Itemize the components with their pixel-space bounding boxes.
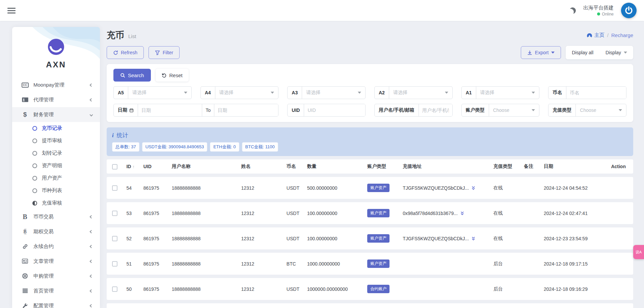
- circle-icon: [32, 163, 37, 168]
- sidebar-item-3[interactable]: $财务管理: [12, 107, 100, 122]
- sidebar-subitem[interactable]: 提币审核: [12, 134, 100, 147]
- row-checkbox[interactable]: [112, 286, 117, 292]
- filter-panel: Search Reset A5请选择A4请选择A3请选择A2请选择A1请选择币名…: [107, 64, 633, 122]
- lifering-icon: [21, 272, 29, 280]
- filter-a2-label: A2: [375, 87, 389, 99]
- filter-user-input[interactable]: [419, 104, 452, 116]
- chevron-down-icon: [551, 52, 555, 54]
- sidebar-item-10[interactable]: 配置管理: [12, 298, 100, 308]
- news-icon: [21, 257, 29, 265]
- stat-badge: BTC金额: 1100: [242, 142, 278, 152]
- cell-date: 2024-12-24 04:54:52: [541, 177, 608, 199]
- account-type-badge: 账户资产: [367, 259, 390, 268]
- sidebar-item-7[interactable]: 文章管理: [12, 254, 100, 269]
- chevron-down-icon: [619, 109, 622, 111]
- filter-date-range: 日期To: [113, 104, 278, 117]
- cell-remark: [521, 227, 541, 249]
- col-id[interactable]: ID↑: [124, 159, 140, 174]
- menu-toggle-icon[interactable]: [7, 6, 16, 15]
- filter-a4-select[interactable]: 请选择: [215, 87, 278, 99]
- filter-a2: A2请选择: [374, 86, 453, 99]
- address-expand-icon[interactable]: [472, 186, 475, 190]
- logo: AXN: [12, 27, 100, 69]
- address-expand-icon[interactable]: [460, 211, 464, 215]
- chain-icon: [21, 243, 29, 250]
- account-type-badge: 账户资产: [367, 234, 390, 243]
- chevron-left-icon: [90, 98, 93, 101]
- stat-badge: USDT金额: 3900948.8490653: [142, 142, 207, 152]
- sidebar-subitem[interactable]: 划转记录: [12, 147, 100, 159]
- cell-recharge-type: 后台: [491, 303, 521, 308]
- cell-name: 12312: [238, 278, 284, 300]
- cell-name: 12312: [238, 177, 284, 199]
- settings-floating-button[interactable]: 设A: [633, 245, 644, 259]
- filter-充值类型-select[interactable]: Choose: [576, 104, 626, 116]
- sidebar-subitem[interactable]: 币种列表: [12, 184, 100, 197]
- filter-uid-input[interactable]: [304, 104, 365, 116]
- cell-action: [608, 202, 633, 224]
- sidebar-item-9[interactable]: 首页管理: [12, 283, 100, 298]
- row-checkbox[interactable]: [112, 261, 117, 267]
- reset-button[interactable]: Reset: [156, 69, 189, 82]
- sidebar-item-8[interactable]: 申购管理: [12, 269, 100, 283]
- sidebar-subitem[interactable]: 资产明细: [12, 159, 100, 172]
- chevron-down-icon: [184, 92, 187, 94]
- display-button[interactable]: Display: [599, 46, 633, 59]
- dark-mode-icon[interactable]: [569, 7, 576, 14]
- filter-button[interactable]: Filter: [149, 46, 180, 59]
- cell-date: 2024-12-18 09:17:15: [541, 253, 608, 275]
- avatar[interactable]: [621, 3, 637, 18]
- row-checkbox[interactable]: [112, 185, 117, 191]
- address-expand-icon[interactable]: [472, 236, 475, 241]
- row-checkbox[interactable]: [112, 211, 117, 216]
- account-type-badge: 账户资产: [367, 184, 390, 192]
- chevron-down-icon: [271, 92, 274, 94]
- cell-date: 2024-12-18 09:45:54: [541, 303, 608, 308]
- date-to-input[interactable]: [214, 104, 278, 116]
- export-button[interactable]: Export: [521, 46, 561, 59]
- logo-text: AXN: [12, 60, 100, 69]
- filter-a3: A3请选择: [287, 86, 366, 99]
- cell-recharge-type: 在线: [491, 227, 521, 249]
- cell-name: 12312: [238, 202, 284, 224]
- sidebar: AXN CCMoonpay管理代理管理$财务管理充币记录提币审核划转记录资产明细…: [12, 27, 100, 308]
- sidebar-item-5[interactable]: B期权交易: [12, 224, 100, 239]
- cell-name: 12312: [238, 227, 284, 249]
- half-circle-icon: [32, 201, 37, 206]
- breadcrumb-home-link[interactable]: 主页: [587, 32, 605, 38]
- filter-a5-select[interactable]: 请选择: [128, 87, 191, 99]
- refresh-button[interactable]: Refresh: [107, 46, 144, 59]
- search-button[interactable]: Search: [113, 69, 151, 82]
- date-from-input[interactable]: [138, 104, 202, 116]
- date-label: 日期: [114, 104, 138, 116]
- filter-a3-select[interactable]: 请选择: [302, 87, 365, 99]
- cell-username: 18888888888: [169, 202, 239, 224]
- sidebar-subitem[interactable]: 充币记录: [12, 122, 100, 134]
- chevron-left-icon: [90, 304, 93, 307]
- info-icon: i: [112, 132, 114, 139]
- sidebar-subitem[interactable]: 用户资产: [12, 172, 100, 184]
- page-subtitle: List: [128, 33, 136, 39]
- filter-账户类型: 账户类型Choose: [461, 104, 540, 117]
- cell-remark: [521, 253, 541, 275]
- sidebar-subitem[interactable]: 充值审核: [12, 197, 100, 209]
- cell-amount: 1000.00000000: [304, 253, 365, 275]
- undo-icon: [162, 73, 167, 78]
- cell-id: 52: [124, 227, 140, 249]
- filter-账户类型-select[interactable]: Choose: [489, 104, 539, 116]
- display-all-button[interactable]: Display all: [566, 46, 599, 59]
- filter-a2-select[interactable]: 请选择: [389, 87, 452, 99]
- sidebar-item-1[interactable]: CCMoonpay管理: [12, 78, 100, 92]
- circle-icon: [32, 138, 37, 143]
- select-all-checkbox[interactable]: [112, 164, 117, 170]
- sidebar-item-4[interactable]: B币币交易: [12, 209, 100, 224]
- cell-action: [608, 253, 633, 275]
- calendar-icon: [129, 108, 134, 113]
- breadcrumb-current[interactable]: Recharge: [611, 32, 633, 38]
- sidebar-item-2[interactable]: 代理管理: [12, 92, 100, 107]
- filter-a1-select[interactable]: 请选择: [476, 87, 539, 99]
- filter-币名-input[interactable]: [566, 87, 626, 99]
- sidebar-item-6[interactable]: 永续合约: [12, 239, 100, 254]
- cell-action: [608, 177, 633, 199]
- row-checkbox[interactable]: [112, 236, 117, 241]
